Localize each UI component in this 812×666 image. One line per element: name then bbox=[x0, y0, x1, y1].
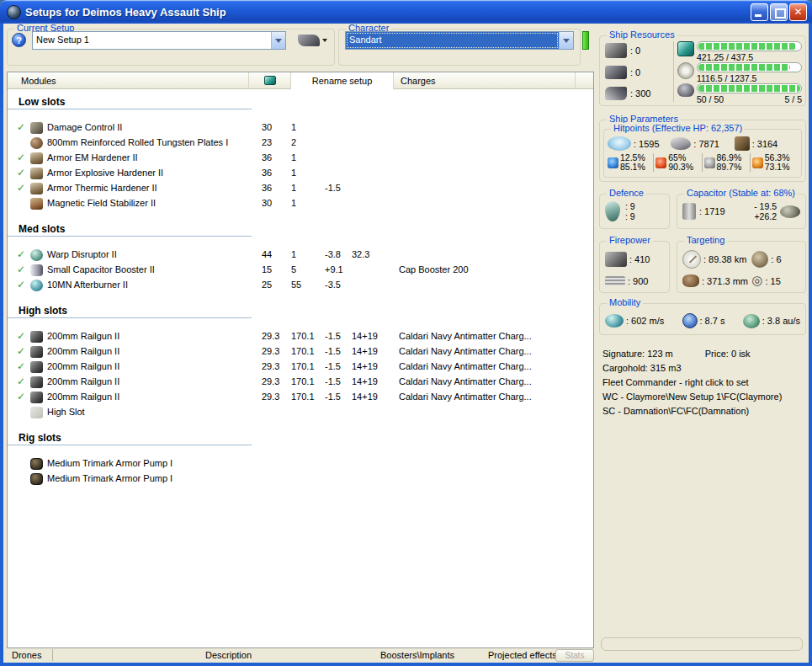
slot-group: Low slots✓Damage Control II301800mm Rein… bbox=[8, 96, 593, 212]
title-bar[interactable]: Setups for Deimos Heavy Assault Ship ✕ bbox=[0, 0, 812, 24]
tab-boosters-implants[interactable]: Boosters\Implants bbox=[380, 650, 454, 660]
cpu-value: 29.3 bbox=[262, 331, 279, 341]
tab-projected-effects[interactable]: Projected effects bbox=[488, 650, 557, 660]
module-row[interactable]: ✓200mm Railgun II29.3170.1-1.514+19Calda… bbox=[8, 360, 593, 376]
module-row[interactable]: ✓200mm Railgun II29.3170.1-1.514+19Calda… bbox=[8, 376, 593, 391]
pg-value: 5 bbox=[291, 264, 296, 274]
module-row[interactable]: Medium Trimark Armor Pump I bbox=[8, 457, 593, 472]
module-name: Magnetic Field Stabilizer II bbox=[47, 198, 156, 208]
column-header-charges[interactable]: Charges bbox=[394, 72, 576, 89]
module-list-header: Modules Rename setup Charges bbox=[8, 72, 593, 89]
mobility-group: Mobility : 602 m/s : 8.7 s : 3.8 au/s bbox=[599, 303, 806, 335]
fitted-check-icon: ✓ bbox=[17, 121, 25, 133]
resist-row: 12.5%85.1%65%90.3%86.9%89.7%56.3%73.1% bbox=[608, 153, 798, 172]
turret-dps-icon bbox=[605, 252, 627, 267]
column-header-spacer bbox=[576, 72, 593, 89]
railgun-icon bbox=[30, 392, 43, 403]
maximize-button[interactable] bbox=[770, 3, 788, 21]
module-row[interactable]: ✓Warp Disruptor II441-3.832.3 bbox=[8, 248, 593, 264]
capacitor-drain: - 19.5 bbox=[754, 201, 777, 211]
module-row[interactable]: ✓Armor Explosive Hardener II361 bbox=[8, 167, 593, 182]
module-row[interactable]: High Slot bbox=[8, 406, 593, 421]
max-locks-icon: ◎ bbox=[751, 274, 762, 287]
resist-values: 56.3%73.1% bbox=[765, 153, 790, 172]
pg-value: 55 bbox=[291, 280, 301, 290]
firepower-label: Firepower bbox=[607, 235, 653, 245]
hitpoints-label: Hitpoints (Effective HP: 62,357) bbox=[611, 123, 745, 133]
resist-cell: 12.5%85.1% bbox=[608, 153, 653, 172]
module-row[interactable]: Magnetic Field Stabilizer II301 bbox=[8, 197, 593, 212]
slot-group-label: Low slots bbox=[8, 96, 252, 109]
module-row[interactable]: ✓Armor Thermic Hardener II361-1.5 bbox=[8, 182, 593, 197]
fitted-check-icon: ✓ bbox=[17, 279, 25, 290]
module-row[interactable]: ✓Small Capacitor Booster II155+9.1Cap Bo… bbox=[8, 264, 593, 279]
max-velocity-icon bbox=[605, 314, 624, 328]
price-value: Price: 0 isk bbox=[705, 349, 751, 359]
module-row[interactable]: ✓200mm Railgun II29.3170.1-1.514+19Calda… bbox=[8, 391, 593, 406]
module-row[interactable]: ✓Armor EM Hardener II361 bbox=[8, 152, 593, 167]
setup-combobox[interactable]: New Setup 1 bbox=[32, 31, 286, 50]
column-header-cpu[interactable] bbox=[249, 72, 291, 89]
sensor-strength-icon bbox=[751, 251, 768, 268]
pg-value: 1 bbox=[291, 183, 296, 193]
module-name: Warp Disruptor II bbox=[47, 249, 117, 259]
module-name: Small Capacitor Booster II bbox=[47, 264, 155, 274]
pg-value: 170.1 bbox=[291, 392, 315, 402]
warp-speed: : 3.8 au/s bbox=[762, 316, 800, 326]
fitted-check-icon: ✓ bbox=[17, 248, 25, 260]
help-icon[interactable]: ? bbox=[12, 33, 26, 47]
charge-name: Caldari Navy Antimatter Charg... bbox=[399, 376, 532, 386]
structure-hp: : 3164 bbox=[752, 139, 778, 149]
cpu-value: 15 bbox=[262, 264, 272, 274]
targeting-range-icon bbox=[682, 250, 701, 269]
armor-plate-icon bbox=[30, 137, 43, 149]
minimize-button[interactable] bbox=[751, 3, 768, 21]
cpu-value: 36 bbox=[262, 168, 272, 178]
gem-icon bbox=[264, 76, 276, 85]
fitted-check-icon: ✓ bbox=[17, 152, 25, 163]
drone-count: 5 / 5 bbox=[785, 94, 802, 104]
module-list[interactable]: Modules Rename setup Charges Low slots✓D… bbox=[7, 72, 594, 648]
pg-value: 2 bbox=[291, 137, 296, 147]
module-row[interactable]: ✓10MN Afterburner II2555-3.5 bbox=[8, 279, 593, 294]
afterburner-icon bbox=[30, 280, 43, 291]
slot-group: Med slots✓Warp Disruptor II441-3.832.3✓S… bbox=[8, 223, 593, 294]
module-row[interactable]: ✓200mm Railgun II29.3170.1-1.514+19Calda… bbox=[8, 345, 593, 360]
squad-commander-value: SC - Damnation\FC\FC(Damnation) bbox=[602, 404, 808, 418]
rig-icon bbox=[30, 458, 43, 470]
module-name: 10MN Afterburner II bbox=[47, 280, 128, 290]
cpu-bar bbox=[697, 41, 802, 51]
client-area: Current Setup ? New Setup 1 Character Sa… bbox=[3, 24, 809, 663]
chevron-down-icon[interactable] bbox=[559, 32, 573, 49]
tab-drones[interactable]: Drones bbox=[12, 650, 41, 660]
resist-values: 86.9%89.7% bbox=[717, 153, 742, 172]
mobility-label: Mobility bbox=[607, 297, 643, 307]
armor-hardener-icon bbox=[30, 168, 43, 179]
character-combobox[interactable]: Sandart bbox=[345, 31, 574, 50]
cpu-value: 30 bbox=[262, 198, 272, 208]
turret-hardpoints: : 0 bbox=[630, 45, 640, 56]
launcher-hardpoints: : 0 bbox=[630, 67, 640, 77]
cpu-value: 29.3 bbox=[262, 346, 279, 356]
module-row[interactable]: ✓200mm Railgun II29.3170.1-1.514+19Calda… bbox=[8, 330, 593, 345]
fleet-commander-hint[interactable]: Fleet Commander - right click to set bbox=[602, 376, 808, 390]
column-header-modules[interactable]: Modules bbox=[8, 72, 249, 89]
ship-menu-button[interactable] bbox=[293, 30, 332, 51]
module-name: 200mm Railgun II bbox=[47, 376, 119, 386]
defence-label: Defence bbox=[607, 188, 646, 198]
charge-name: Caldari Navy Antimatter Charg... bbox=[399, 392, 532, 402]
module-row[interactable]: ✓Damage Control II301 bbox=[8, 121, 593, 136]
damage-control-icon bbox=[30, 122, 43, 134]
warp-disruptor-icon bbox=[30, 249, 43, 261]
fitted-check-icon: ✓ bbox=[17, 182, 25, 194]
module-row[interactable]: 800mm Reinforced Rolled Tungsten Plates … bbox=[8, 136, 593, 152]
powergrid-usage: 1116.5 / 1237.5 bbox=[697, 73, 756, 83]
stats-button[interactable]: Stats bbox=[555, 649, 594, 662]
rename-setup-tab[interactable]: Rename setup bbox=[291, 72, 394, 89]
resist-values: 65%90.3% bbox=[668, 153, 693, 172]
drone-bar bbox=[697, 83, 802, 93]
chevron-down-icon[interactable] bbox=[271, 32, 285, 49]
tab-description[interactable]: Description bbox=[205, 650, 252, 660]
module-row[interactable]: Medium Trimark Armor Pump I bbox=[8, 472, 593, 488]
close-button[interactable]: ✕ bbox=[789, 3, 807, 21]
